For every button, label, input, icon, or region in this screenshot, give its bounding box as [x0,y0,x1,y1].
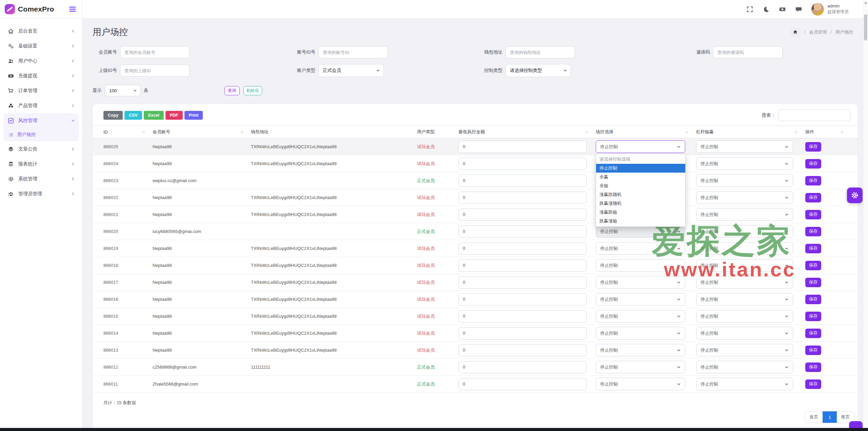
breadcrumb-item-0[interactable]: 会员管理 [809,29,827,35]
column-header-3[interactable]: 用户类型 [417,129,458,135]
save-button[interactable]: 保存 [805,312,821,321]
dropdown-option-5[interactable]: 跌赢涨随机 [596,199,685,208]
search-input[interactable] [778,110,850,121]
field-control-select[interactable]: 停止控制 [596,378,685,390]
scrollbar-thumb[interactable] [864,14,867,41]
sidebar-item-1[interactable]: 基础设置 [3,39,79,53]
scrollbar-up-arrow[interactable] [864,2,867,4]
sidebar-item-0[interactable]: 后台首页 [3,24,79,38]
column-header-6[interactable]: 杠杆输赢 ↑↓ [696,129,805,135]
lever-control-select[interactable]: 停止控制 [696,259,793,272]
filter-select-6[interactable]: 请选择控制类型 [506,64,571,77]
breadcrumb-item-1[interactable]: 用户场控 [835,29,853,35]
filter-input-0[interactable] [120,46,190,58]
sidebar-item-5[interactable]: 产品管理 [3,98,79,113]
export-copy-button[interactable]: Copy [103,111,123,120]
save-button[interactable]: 保存 [805,193,821,202]
filter-input-3[interactable] [713,46,783,58]
dropdown-option-7[interactable]: 跌赢涨输 [596,217,685,226]
export-csv-button[interactable]: CSV [124,111,142,120]
floating-settings-button[interactable] [847,188,863,203]
admin-profile[interactable]: admin 超级管理员 [811,3,849,16]
filter-input-1[interactable] [318,46,388,58]
save-button[interactable]: 保存 [805,278,821,287]
save-button[interactable]: 保存 [805,210,821,219]
sort-icon[interactable]: ↑↓ [142,130,145,134]
dropdown-option-4[interactable]: 涨赢跌随机 [596,190,685,199]
page-scrollbar[interactable] [863,0,868,428]
column-header-1[interactable]: 会员账号 ↑↓ [153,129,251,135]
save-button[interactable]: 保存 [805,295,821,304]
column-header-4[interactable]: 最低风控金额 ↑↓ [458,129,596,135]
sidebar-item-7[interactable]: 文章公告 [3,142,79,156]
column-header-5[interactable]: 场控选择 ↑↓ [596,129,696,135]
save-button[interactable]: 保存 [805,379,821,389]
lever-control-select[interactable]: 停止控制 [696,208,793,221]
sidebar-item-6[interactable]: 风控管理 [3,113,79,128]
save-button[interactable]: 保存 [805,159,821,169]
sidebar-item-8[interactable]: 报表统计 [3,157,79,171]
field-control-select[interactable]: 停止控制 [596,293,685,306]
page-size-select[interactable]: 100 [105,85,141,96]
reset-button[interactable]: 初始化 [243,86,262,95]
save-button[interactable]: 保存 [805,329,821,338]
column-header-2[interactable]: 钱包地址 [251,129,417,135]
min-amount-input[interactable] [458,226,587,238]
field-control-select[interactable]: 停止控制 [596,276,685,289]
min-amount-input[interactable] [458,209,587,221]
sidebar-item-9[interactable]: 系统管理 [3,172,79,186]
lever-control-select[interactable]: 停止控制 [696,276,793,289]
field-control-select[interactable]: 停止控制 [596,310,685,322]
field-control-select[interactable]: 停止控制 [596,259,685,272]
min-amount-input[interactable] [458,141,587,153]
save-button[interactable]: 保存 [805,346,821,355]
cash-icon[interactable] [779,6,786,13]
sidebar-item-4[interactable]: 订单管理 [3,83,79,98]
min-amount-input[interactable] [458,361,587,373]
export-pdf-button[interactable]: PDF [165,111,183,120]
filter-input-4[interactable] [120,64,190,77]
field-control-select[interactable]: 停止控制 [596,225,685,238]
lever-control-select[interactable]: 停止控制 [696,157,793,170]
filter-select-5[interactable]: 正式会员 [318,64,384,77]
filter-input-2[interactable] [506,46,575,58]
min-amount-input[interactable] [458,310,587,322]
dropdown-option-1[interactable]: 停止控制 [596,164,685,173]
lever-control-select[interactable]: 停止控制 [696,327,793,339]
pagination-first-button[interactable]: 首页 [805,411,823,423]
save-button[interactable]: 保存 [805,261,821,270]
sidebar-item-3[interactable]: 充值提现 [3,68,79,83]
export-excel-button[interactable]: Excel [144,111,164,120]
sidebar-subitem-6-0[interactable]: 用户场控 [3,128,79,141]
sidebar-item-2[interactable]: 用户中心 [3,54,79,68]
lever-control-select[interactable]: 停止控制 [696,310,793,322]
lever-control-select[interactable]: 停止控制 [696,344,793,356]
fullscreen-icon[interactable] [746,6,753,13]
sort-icon[interactable]: ↑↓ [841,130,843,134]
export-print-button[interactable]: Print [184,111,203,120]
lever-control-select[interactable]: 停止控制 [696,378,793,390]
column-header-7[interactable]: 操作 ↑↓ [805,129,851,135]
save-button[interactable]: 保存 [805,176,821,185]
lever-control-select[interactable]: 停止控制 [696,191,793,204]
pagination-page-1[interactable]: 1 [823,411,837,423]
column-header-0[interactable]: ID ↑↓ [103,130,153,135]
min-amount-input[interactable] [458,158,587,170]
min-amount-input[interactable] [458,175,587,187]
lever-control-select[interactable]: 停止控制 [696,293,793,306]
floating-corner-button[interactable] [849,421,863,428]
min-amount-input[interactable] [458,276,587,289]
messages-icon[interactable] [795,6,802,13]
min-amount-input[interactable] [458,259,587,272]
lever-control-select[interactable]: 停止控制 [696,242,793,255]
min-amount-input[interactable] [458,293,587,306]
field-control-select[interactable]: 停止控制 [596,344,685,356]
dropdown-option-2[interactable]: 全赢 [596,173,685,181]
field-control-select[interactable]: 停止控制 [596,361,685,373]
lever-control-select[interactable]: 停止控制 [696,140,793,153]
breadcrumb-home-icon[interactable] [790,27,801,37]
sort-icon[interactable]: ↑↓ [686,130,688,134]
sort-icon[interactable]: ↑↓ [585,130,588,134]
dark-mode-moon-icon[interactable] [763,6,770,13]
lever-control-select[interactable]: 停止控制 [696,225,793,238]
